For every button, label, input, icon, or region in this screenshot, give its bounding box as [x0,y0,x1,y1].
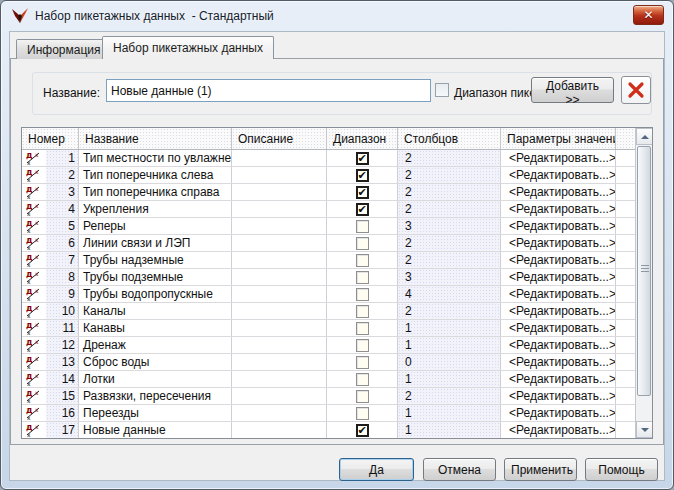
column-header-params[interactable]: Параметры значения [501,128,616,149]
scrollbar-thumb[interactable] [637,146,651,396]
row-range-cell[interactable] [327,303,398,319]
range-checkbox[interactable]: ✔ [356,152,369,165]
row-params-edit-cell[interactable]: <Редактировать...> [501,422,616,438]
row-params-edit-cell[interactable]: <Редактировать...> [501,371,616,387]
row-range-cell[interactable] [327,371,398,387]
table-row[interactable]: д x x 17 Новые данные ✔ 1 <Редактировать… [22,422,635,439]
cancel-button[interactable]: Отмена [423,458,496,481]
range-checkbox[interactable] [356,407,369,420]
column-header-name[interactable]: Название [79,128,232,149]
range-checkbox[interactable]: ✔ [356,186,369,199]
row-range-cell[interactable]: ✔ [327,150,398,166]
range-checkbox[interactable]: ✔ [356,169,369,182]
row-params-edit-cell[interactable]: <Редактировать...> [501,184,616,200]
row-name-cell[interactable]: Линии связи и ЛЭП [79,235,232,251]
row-columns-cell[interactable]: 2 [398,235,501,251]
row-params-edit-cell[interactable]: <Редактировать...> [501,354,616,370]
row-description-cell[interactable] [232,167,327,183]
range-checkbox[interactable]: ✔ [356,424,369,437]
row-name-cell[interactable]: Каналы [79,303,232,319]
range-checkbox[interactable] [356,322,369,335]
row-name-cell[interactable]: Дренаж [79,337,232,353]
row-columns-cell[interactable]: 1 [398,337,501,353]
column-header-number[interactable]: Номер [22,128,79,149]
row-columns-cell[interactable]: 2 [398,184,501,200]
row-params-edit-cell[interactable]: <Редактировать...> [501,286,616,302]
row-range-cell[interactable] [327,235,398,251]
row-range-cell[interactable] [327,286,398,302]
row-name-cell[interactable]: Лотки [79,371,232,387]
row-name-cell[interactable]: Новые данные [79,422,232,438]
row-params-edit-cell[interactable]: <Редактировать...> [501,167,616,183]
table-row[interactable]: д x x 9 Трубы водопропускные 4 <Редактир… [22,286,635,303]
column-header-range[interactable]: Диапазон [327,128,398,149]
row-description-cell[interactable] [232,286,327,302]
table-row[interactable]: д x x 4 Укрепления ✔ 2 <Редактировать...… [22,201,635,218]
row-range-cell[interactable] [327,320,398,336]
row-params-edit-cell[interactable]: <Редактировать...> [501,303,616,319]
row-columns-cell[interactable]: 3 [398,269,501,285]
row-description-cell[interactable] [232,422,327,438]
row-columns-cell[interactable]: 2 [398,201,501,217]
row-columns-cell[interactable]: 2 [398,303,501,319]
row-columns-cell[interactable]: 2 [398,388,501,404]
row-name-cell[interactable]: Тип поперечника слева [79,167,232,183]
table-row[interactable]: д x x 5 Реперы 3 <Редактировать...> [22,218,635,235]
range-checkbox[interactable] [356,305,369,318]
row-range-cell[interactable]: ✔ [327,167,398,183]
table-row[interactable]: д x x 1 Тип местности по увлажне... ✔ 2 … [22,150,635,167]
table-row[interactable]: д x x 6 Линии связи и ЛЭП 2 <Редактирова… [22,235,635,252]
row-range-cell[interactable] [327,354,398,370]
range-checkbox[interactable] [356,390,369,403]
range-of-pickets-checkbox[interactable] [435,83,449,97]
row-params-edit-cell[interactable]: <Редактировать...> [501,201,616,217]
row-range-cell[interactable] [327,252,398,268]
row-description-cell[interactable] [232,252,327,268]
range-checkbox[interactable] [356,271,369,284]
row-range-cell[interactable] [327,405,398,421]
row-name-cell[interactable]: Укрепления [79,201,232,217]
row-name-cell[interactable]: Трубы водопропускные [79,286,232,302]
range-checkbox[interactable] [356,356,369,369]
delete-button[interactable] [621,76,651,104]
row-description-cell[interactable] [232,218,327,234]
row-description-cell[interactable] [232,354,327,370]
tab-dataset[interactable]: Набор пикетажных данных [102,36,274,59]
row-range-cell[interactable] [327,337,398,353]
table-row[interactable]: д x x 14 Лотки 1 <Редактировать...> [22,371,635,388]
row-columns-cell[interactable]: 2 [398,167,501,183]
range-checkbox[interactable] [356,237,369,250]
table-row[interactable]: д x x 8 Трубы подземные 3 <Редактировать… [22,269,635,286]
yes-button[interactable]: Да [339,458,414,481]
row-columns-cell[interactable]: 3 [398,218,501,234]
row-columns-cell[interactable]: 0 [398,354,501,370]
column-header-columns[interactable]: Столбцов [398,128,501,149]
row-params-edit-cell[interactable]: <Редактировать...> [501,218,616,234]
row-description-cell[interactable] [232,388,327,404]
row-range-cell[interactable]: ✔ [327,184,398,200]
row-range-cell[interactable] [327,218,398,234]
row-description-cell[interactable] [232,235,327,251]
row-name-cell[interactable]: Сброс воды [79,354,232,370]
row-params-edit-cell[interactable]: <Редактировать...> [501,320,616,336]
row-columns-cell[interactable]: 2 [398,252,501,268]
row-columns-cell[interactable]: 1 [398,320,501,336]
table-row[interactable]: д x x 11 Канавы 1 <Редактировать...> [22,320,635,337]
add-button[interactable]: Добавить >> [531,77,614,103]
row-params-edit-cell[interactable]: <Редактировать...> [501,235,616,251]
row-name-cell[interactable]: Реперы [79,218,232,234]
row-params-edit-cell[interactable]: <Редактировать...> [501,269,616,285]
row-columns-cell[interactable]: 1 [398,422,501,438]
row-description-cell[interactable] [232,371,327,387]
row-columns-cell[interactable]: 1 [398,371,501,387]
table-row[interactable]: д x x 12 Дренаж 1 <Редактировать...> [22,337,635,354]
column-header-desc[interactable]: Описание [232,128,327,149]
row-description-cell[interactable] [232,405,327,421]
range-checkbox[interactable] [356,254,369,267]
row-name-cell[interactable]: Канавы [79,320,232,336]
row-params-edit-cell[interactable]: <Редактировать...> [501,388,616,404]
row-range-cell[interactable]: ✔ [327,422,398,438]
range-checkbox[interactable]: ✔ [356,203,369,216]
row-params-edit-cell[interactable]: <Редактировать...> [501,150,616,166]
help-button[interactable]: Помощь [585,458,658,481]
